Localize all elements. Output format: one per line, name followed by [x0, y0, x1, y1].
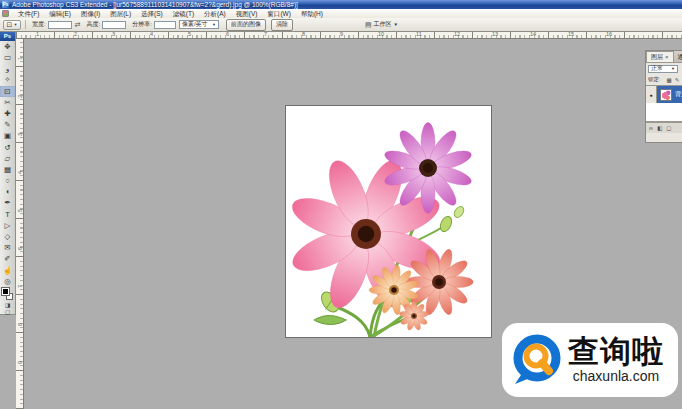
- menu-item-选择[interactable]: 选择(S): [136, 9, 168, 18]
- width-label: 宽度:: [32, 20, 46, 29]
- watermark-domain: chaxunla.com: [573, 368, 659, 384]
- layer-list: ● 背景: [646, 85, 682, 122]
- horizontal-ruler[interactable]: 12345678910111213141516: [16, 31, 682, 39]
- tool-lasso-icon[interactable]: و: [0, 63, 15, 74]
- lock-icon[interactable]: ▦: [667, 77, 672, 83]
- menu-item-编辑[interactable]: 编辑(E): [44, 9, 76, 18]
- tool-path-selection-icon[interactable]: ▷: [0, 220, 15, 231]
- screen-mode-button[interactable]: ▢: [0, 309, 15, 316]
- ruler-v-label: 6: [17, 242, 23, 250]
- separator: [25, 20, 26, 29]
- ruler-v-label: 8: [17, 318, 23, 326]
- ruler-v-label: 9: [17, 356, 23, 364]
- tool-slice-icon[interactable]: ✂: [0, 97, 15, 108]
- clear-button[interactable]: 清除: [271, 19, 293, 31]
- tool-move-icon[interactable]: ✥: [0, 41, 15, 52]
- menu-item-窗口[interactable]: 窗口(W): [262, 9, 295, 18]
- resolution-unit-value: 像素/英寸: [182, 20, 208, 29]
- height-input[interactable]: [102, 21, 126, 29]
- vertical-ruler[interactable]: 123456789: [16, 39, 24, 409]
- menu-item-视图[interactable]: 视图(V): [231, 9, 263, 18]
- ps-palette-logo: Ps: [0, 31, 15, 41]
- resolution-input[interactable]: [154, 21, 176, 29]
- tools-column: ✥▭و✧⊡✂✚✎▣↺▱▦○◖✒T▷◇✉✐☝◎: [0, 41, 15, 287]
- watermark: 查询啦 chaxunla.com: [502, 323, 678, 397]
- resolution-unit-select[interactable]: 像素/英寸 ▼: [179, 20, 219, 29]
- chaxunla-logo-icon: [508, 331, 566, 389]
- lock-icons: ▦✎✥◼: [664, 77, 682, 83]
- chevron-down-icon: ▼: [13, 22, 17, 27]
- width-input[interactable]: [48, 21, 72, 29]
- workspace-label: 工作区: [374, 20, 392, 29]
- menu-item-帮助[interactable]: 帮助(H): [296, 9, 328, 18]
- layer-row-background[interactable]: ● 背景: [646, 86, 682, 103]
- layer-thumbnail[interactable]: [660, 89, 672, 101]
- tool-pen-icon[interactable]: ✒: [0, 198, 15, 209]
- tool-history-brush-icon[interactable]: ↺: [0, 142, 15, 153]
- ruler-v-label: 3: [17, 128, 23, 136]
- front-image-button[interactable]: 前面的图像: [226, 19, 266, 31]
- lock-label: 锁定:: [648, 76, 661, 83]
- blend-mode-select[interactable]: 正常 ▼: [648, 65, 678, 73]
- tab-channels[interactable]: 通道: [674, 52, 682, 62]
- visibility-eye-icon[interactable]: ●: [646, 86, 657, 103]
- chevron-down-icon: ▼: [671, 66, 675, 71]
- menu-item-滤镜[interactable]: 滤镜(T): [168, 9, 199, 18]
- foreground-color-swatch[interactable]: [2, 288, 9, 295]
- menu-item-分析[interactable]: 分析(A): [199, 9, 231, 18]
- document-canvas[interactable]: [285, 105, 492, 338]
- tool-hand-icon[interactable]: ☝: [0, 265, 15, 276]
- title-bar[interactable]: Ps Adobe Photoshop CS3 Extended - [jur56…: [0, 0, 682, 9]
- tool-gradient-icon[interactable]: ▦: [0, 164, 15, 175]
- layer-name: 背景: [675, 90, 682, 99]
- tool-eraser-icon[interactable]: ▱: [0, 153, 15, 164]
- menu-item-文件[interactable]: 文件(F): [13, 9, 44, 18]
- watermark-brand: 查询啦: [568, 336, 664, 369]
- flower-image: [286, 106, 491, 337]
- tool-rectangular-marquee-icon[interactable]: ▭: [0, 52, 15, 63]
- tool-shape-icon[interactable]: ◇: [0, 231, 15, 242]
- ruler-v-label: 4: [17, 166, 23, 174]
- panel-footer-icon[interactable]: ▢: [666, 125, 671, 131]
- photoshop-app-icon[interactable]: Ps: [2, 1, 9, 8]
- tab-channels-label: 通道: [678, 54, 682, 60]
- lock-icon[interactable]: ✎: [675, 77, 680, 83]
- tool-clone-stamp-icon[interactable]: ▣: [0, 131, 15, 142]
- blend-mode-row: 正常 ▼: [646, 63, 682, 74]
- height-label: 高度:: [87, 20, 101, 29]
- tab-layers[interactable]: 图层×: [646, 51, 674, 62]
- tool-type-icon[interactable]: T: [0, 209, 15, 220]
- menu-item-图像[interactable]: 图像(I): [76, 9, 105, 18]
- tool-quick-selection-icon[interactable]: ✧: [0, 75, 15, 86]
- tool-palette: Ps ✥▭و✧⊡✂✚✎▣↺▱▦○◖✒T▷◇✉✐☝◎ ◨ ▢: [0, 31, 16, 315]
- options-bar: ⊡ ▼ 宽度: ⇄ 高度: 分辨率: 像素/英寸 ▼ 前面的图像 清除 ▤ 工作…: [0, 18, 682, 32]
- lock-row: 锁定: ▦✎✥◼: [646, 74, 682, 85]
- chevron-down-icon: ▼: [212, 22, 216, 27]
- document-icon[interactable]: [2, 10, 9, 17]
- tool-blur-icon[interactable]: ○: [0, 175, 15, 186]
- crop-tool-icon: ⊡: [7, 21, 13, 29]
- tool-notes-icon[interactable]: ✉: [0, 242, 15, 253]
- close-icon[interactable]: ×: [665, 54, 669, 60]
- panel-footer-icon[interactable]: ◧: [657, 125, 662, 131]
- ruler-v-label: 1: [17, 52, 23, 60]
- blend-mode-value: 正常: [651, 64, 663, 73]
- quick-mask-button[interactable]: ◨: [0, 302, 15, 309]
- color-swatches: [0, 287, 15, 302]
- workspace-button[interactable]: ▤ 工作区 ▼: [365, 20, 398, 29]
- chevron-down-icon: ▼: [394, 22, 398, 27]
- swap-dimensions-icon[interactable]: ⇄: [75, 21, 81, 29]
- tool-spot-healing-brush-icon[interactable]: ✚: [0, 108, 15, 119]
- tool-brush-icon[interactable]: ✎: [0, 119, 15, 130]
- tool-dodge-icon[interactable]: ◖: [0, 186, 15, 197]
- menu-item-图层[interactable]: 图层(L): [105, 9, 136, 18]
- ruler-v-label: 2: [17, 90, 23, 98]
- layers-panel: 图层× 通道 正常 ▼ 锁定: ▦✎✥◼ ● 背景 ∞◧▢: [645, 50, 682, 143]
- tool-preset-picker[interactable]: ⊡ ▼: [3, 20, 21, 30]
- panel-footer-icon[interactable]: ∞: [649, 125, 653, 131]
- tool-eyedropper-icon[interactable]: ✐: [0, 254, 15, 265]
- tool-crop-icon[interactable]: ⊡: [0, 86, 15, 97]
- tool-zoom-icon[interactable]: ◎: [0, 276, 15, 287]
- flower-bud-right: [438, 205, 466, 234]
- ruler-v-label: 5: [17, 204, 23, 212]
